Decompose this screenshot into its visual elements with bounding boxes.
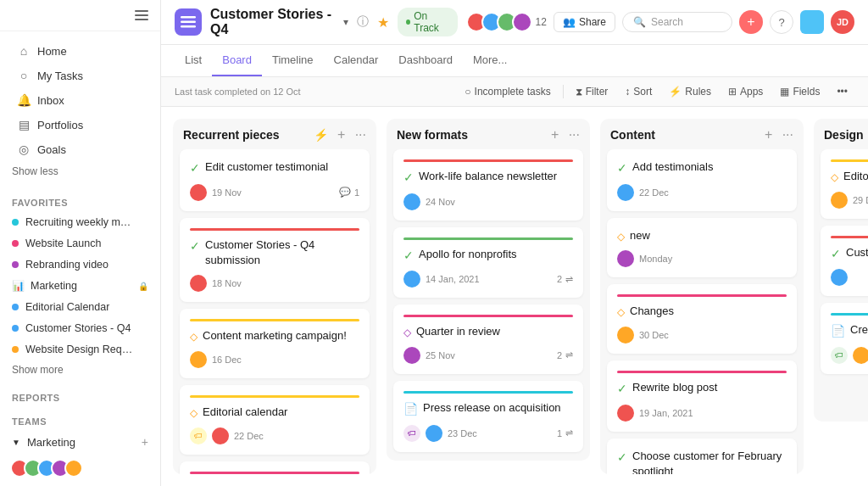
fav-color-dot xyxy=(12,261,19,268)
card-meta: 💬 1 xyxy=(339,187,359,198)
sidebar-item-label: Home xyxy=(37,45,67,58)
add-card-icon[interactable]: + xyxy=(333,127,350,142)
card[interactable]: ✓ Rewrite blog post 19 Jan, 2021 xyxy=(607,360,797,432)
card-title-text: Quarter in review xyxy=(416,324,500,339)
card[interactable]: ✓ Work-life balance newsletter 24 Nov xyxy=(393,149,583,221)
card-bar xyxy=(831,159,868,162)
column-design: Design + ··· ◇ Editorial cale... 29 Dec xyxy=(814,119,868,422)
card[interactable]: ✓ Choose customer for February spotlight… xyxy=(607,439,797,474)
card[interactable]: ✓ Add testimonials 22 Dec xyxy=(607,149,797,211)
card-date: 22 Dec xyxy=(234,431,264,441)
tab-more[interactable]: More... xyxy=(463,45,517,76)
favorites-section-label: Favorites xyxy=(0,187,160,211)
toolbar: Last task completed on 12 Oct ○ Incomple… xyxy=(161,77,868,107)
sidebar-item-portfolios[interactable]: ▤ Portfolios xyxy=(5,113,155,137)
card-bar xyxy=(403,237,573,240)
column-more-icon[interactable]: ··· xyxy=(569,127,580,142)
card-date: 16 Dec xyxy=(212,355,242,365)
more-options-button[interactable]: ••• xyxy=(830,82,854,101)
card[interactable]: ◇ Editorial cale... 29 Dec xyxy=(821,149,868,219)
card[interactable]: ✓ Customer spo... xyxy=(821,226,868,297)
search-box[interactable]: 🔍 Search xyxy=(622,12,732,32)
apps-label: Apps xyxy=(740,86,763,98)
help-button[interactable]: ? xyxy=(770,10,793,34)
dropdown-caret-icon[interactable]: ▾ xyxy=(343,16,348,28)
card[interactable]: ✓ Apollo for nonprofits 14 Jan, 2021 2 ⇌ xyxy=(393,227,583,299)
card[interactable]: ◇ Content marketing campaign! 16 Dec xyxy=(180,309,370,378)
fields-button[interactable]: ▦ Fields xyxy=(773,82,826,101)
show-more-link[interactable]: Show more xyxy=(0,360,160,383)
status-text: On Track xyxy=(414,10,448,34)
fav-label: Website Design Reque... xyxy=(25,344,136,355)
check-icon: ✓ xyxy=(617,381,627,398)
fav-color-dot xyxy=(12,346,19,353)
fav-item-rebranding[interactable]: Rebranding video xyxy=(0,254,160,275)
rules-label: Rules xyxy=(685,86,711,98)
user-avatar[interactable]: JD xyxy=(831,10,854,34)
tab-board[interactable]: Board xyxy=(212,45,262,76)
column-new-formats: New formats + ··· ✓ Work-life balance ne… xyxy=(387,119,590,461)
fav-item-editorial[interactable]: Editorial Calendar xyxy=(0,297,160,317)
check-icon: ✓ xyxy=(617,450,627,466)
sidebar-item-label: My Tasks xyxy=(37,70,83,82)
sort-label: Sort xyxy=(633,86,652,98)
svg-rect-0 xyxy=(181,16,196,19)
column-cards: ✓ Add testimonials 22 Dec ◇ new xyxy=(600,149,804,474)
apps-button[interactable]: ⊞ Apps xyxy=(721,82,770,101)
sidebar-item-home[interactable]: ⌂ Home xyxy=(5,39,155,63)
column-more-icon[interactable]: ··· xyxy=(782,127,793,142)
rules-button[interactable]: ⚡ Rules xyxy=(662,82,718,101)
fav-item-recruiting[interactable]: Recruiting weekly mee... xyxy=(0,212,160,232)
star-icon[interactable]: ★ xyxy=(377,14,389,31)
sidebar-item-goals[interactable]: ◎ Goals xyxy=(5,137,155,161)
ellipsis-icon: ••• xyxy=(837,86,848,98)
card[interactable]: 📄 Create new in... 🏷 17 Dec xyxy=(821,303,868,374)
card[interactable]: ◇ Changes 30 Dec xyxy=(607,284,797,354)
tab-calendar[interactable]: Calendar xyxy=(324,45,389,76)
topbar: Customer Stories - Q4 ▾ ⓘ ★ On Track 12 … xyxy=(161,0,868,45)
incomplete-tasks-button[interactable]: ○ Incomplete tasks xyxy=(458,82,557,101)
card-avatar xyxy=(403,347,420,364)
card[interactable]: 📄 Create campaign xyxy=(180,461,370,474)
card[interactable]: ◇ Editorial calendar 🏷 22 Dec xyxy=(180,385,370,455)
fav-item-website-launch[interactable]: Website Launch xyxy=(0,233,160,254)
sidebar-item-mytasks[interactable]: ○ My Tasks xyxy=(5,64,155,87)
sidebar-item-inbox[interactable]: 🔔 Inbox xyxy=(5,88,155,112)
card[interactable]: 📄 Press release on acquisition 🏷 23 Dec … xyxy=(393,381,583,452)
card[interactable]: ✓ Edit customer testimonial 19 Nov 💬 1 xyxy=(180,149,370,211)
column-more-icon[interactable]: ··· xyxy=(355,127,366,142)
menu-toggle[interactable] xyxy=(135,10,148,20)
info-icon[interactable]: ⓘ xyxy=(357,14,369,30)
divider xyxy=(563,85,564,98)
status-badge[interactable]: On Track xyxy=(398,8,457,36)
share-button[interactable]: 👥 Share xyxy=(554,12,615,32)
add-team-icon[interactable]: + xyxy=(142,435,148,449)
fav-item-marketing[interactable]: 📊 Marketing 🔒 xyxy=(0,276,160,296)
team-marketing[interactable]: ▼ Marketing + xyxy=(0,431,160,453)
card-meta: 2 ⇌ xyxy=(557,274,573,285)
add-card-icon[interactable]: + xyxy=(760,127,777,142)
teams-section-label: Teams xyxy=(0,406,160,430)
filter-button[interactable]: ⧗ Filter xyxy=(569,82,615,101)
card[interactable]: ◇ new Monday xyxy=(607,218,797,278)
tab-list[interactable]: List xyxy=(175,45,212,76)
tab-timeline[interactable]: Timeline xyxy=(262,45,324,76)
show-less-link[interactable]: Show less xyxy=(0,162,160,181)
fav-item-website-design[interactable]: Website Design Reque... xyxy=(0,339,160,360)
tab-dashboard[interactable]: Dashboard xyxy=(388,45,463,76)
card-date: 14 Jan, 2021 xyxy=(426,274,480,284)
card-title-text: Apollo for nonprofits xyxy=(419,247,517,262)
sort-button[interactable]: ↕ Sort xyxy=(618,82,659,101)
card-tag: 🏷 xyxy=(403,425,420,442)
sidebar-item-label: Goals xyxy=(37,143,66,156)
fav-item-customer-stories[interactable]: Customer Stories - Q4 xyxy=(0,318,160,338)
comment-count: 1 xyxy=(354,187,359,198)
app-icon xyxy=(175,8,202,36)
card-bar xyxy=(403,315,573,317)
chevron-down-icon: ▼ xyxy=(12,438,20,447)
card[interactable]: ◇ Quarter in review 25 Nov 2 ⇌ xyxy=(393,304,583,374)
check-icon: ✓ xyxy=(617,160,627,177)
add-button[interactable]: + xyxy=(739,10,763,34)
add-card-icon[interactable]: + xyxy=(547,127,564,142)
card[interactable]: ✓ Customer Stories - Q4 submission 18 No… xyxy=(180,218,370,302)
